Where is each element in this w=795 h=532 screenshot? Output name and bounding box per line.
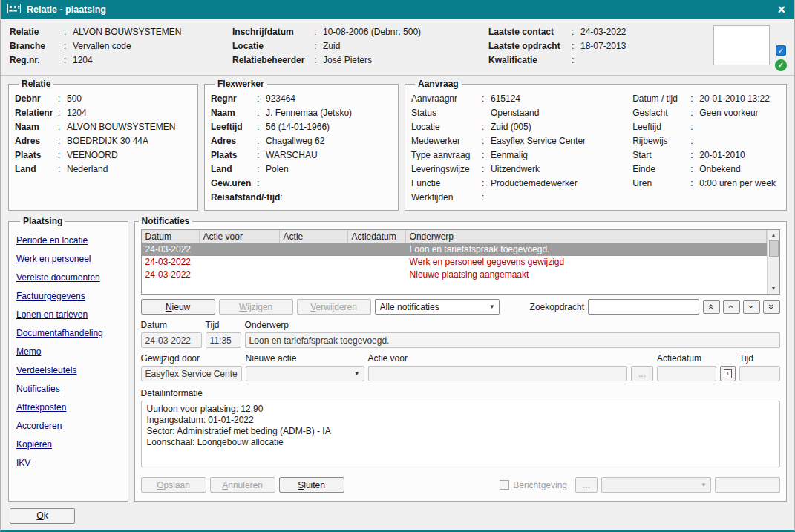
tijd-field[interactable]: [206, 332, 241, 348]
actie-voor-browse-button[interactable]: ...: [631, 366, 653, 381]
sidebar-link-lonen-en-tarieven[interactable]: Lonen en tarieven: [16, 308, 123, 321]
chevron-up-icon: ‹: [727, 305, 736, 308]
first-notification-button[interactable]: «: [703, 300, 720, 314]
plaatsing-legend: Plaatsing: [20, 216, 65, 226]
relatie-fieldset: Relatie Debnr:500 Relatienr:1204 Naam:AL…: [8, 79, 198, 211]
sidebar-link-werk-en-personeel[interactable]: Werk en personeel: [16, 252, 123, 266]
header-value: 18-07-2013: [580, 39, 626, 53]
sidebar-link-notificaties[interactable]: Notificaties: [16, 382, 123, 395]
column-header-onderwerp[interactable]: Onderwerp: [406, 230, 767, 243]
sidebar-link-factuurgegevens[interactable]: Factuurgegevens: [16, 289, 123, 303]
actiedatum-field[interactable]: [657, 366, 716, 381]
table-scrollbar[interactable]: ▲ ▼: [767, 230, 779, 294]
header-value: 1204: [73, 53, 93, 68]
aanvraag-fieldset: Aanvraag Aanvraagnr:615124 StatusOpensta…: [405, 79, 787, 211]
header-value: José Pieters: [323, 53, 372, 68]
sidebar-link-vereiste-documenten[interactable]: Vereiste documenten: [16, 271, 123, 284]
table-row[interactable]: 24-03-2022 Loon en tariefafspraak toegev…: [142, 243, 767, 256]
actie-voor-field[interactable]: [368, 366, 627, 381]
datum-field[interactable]: [141, 332, 202, 348]
flexwerker-legend: Flexwerker: [215, 79, 267, 89]
wijzigen-button[interactable]: Wijzigen: [219, 299, 293, 315]
table-row[interactable]: 24-03-2022 Werk en personeel gegevens ge…: [142, 256, 767, 269]
last-notification-button[interactable]: »: [763, 300, 780, 314]
detailinformatie-text[interactable]: Uurloon voor plaatsing: 12,90 Ingangsdat…: [141, 401, 780, 467]
column-header-actiedatum[interactable]: Actiedatum: [348, 230, 406, 243]
relation-card-icon: [7, 4, 21, 16]
scroll-down-icon[interactable]: ▼: [768, 283, 779, 294]
header-column-3: Laatste contact:24-03-2022 Laatste opdra…: [488, 25, 687, 71]
header-label: Inschrijfdatum: [232, 25, 314, 39]
onderwerp-field[interactable]: [245, 332, 780, 348]
header-label: Relatie: [10, 25, 64, 39]
zoekopdracht-input[interactable]: [588, 299, 699, 315]
aanvraag-legend: Aanvraag: [415, 79, 462, 89]
notificaties-fieldset: Notificaties Datum Actie voor Actie Acti…: [134, 216, 787, 502]
gewijzigd-door-label: Gewijzigd door: [141, 353, 242, 364]
sidebar-link-accorderen[interactable]: Accorderen: [16, 419, 123, 433]
scrollbar-thumb[interactable]: [769, 240, 779, 257]
chevron-down-nav-icon: ›: [747, 305, 756, 308]
sidebar-link-ikv[interactable]: IKV: [16, 456, 123, 470]
titlebar: Relatie - plaatsing ×: [1, 0, 794, 19]
status-ok-icon: ✓: [775, 59, 787, 71]
sidebar-link-periode-en-locatie[interactable]: Periode en locatie: [16, 234, 123, 247]
header-label: Laatste opdracht: [488, 39, 572, 53]
berichtgeving-browse-button[interactable]: ...: [575, 477, 598, 493]
calendar-button[interactable]: 1: [720, 366, 736, 381]
header-checkbox[interactable]: ✓: [776, 45, 786, 56]
column-header-actie[interactable]: Actie: [280, 230, 348, 243]
header-column-2: Inschrijfdatum:10-08-2006 (Debnr: 500) L…: [232, 25, 488, 71]
header-label: Kwalificatie: [488, 53, 572, 68]
close-button[interactable]: ×: [775, 3, 788, 16]
sidebar-link-verdeelsleutels[interactable]: Verdeelsleutels: [16, 364, 123, 377]
annuleren-button[interactable]: Annuleren: [210, 477, 275, 493]
notificaties-legend: Notificaties: [139, 216, 193, 226]
header-value: Zuid: [323, 39, 340, 53]
notificatie-filter-select[interactable]: Alle notificaties ▼: [375, 299, 500, 315]
chevron-down-icon: ▼: [697, 482, 707, 488]
check-icon: ✓: [778, 47, 784, 55]
relatie-legend: Relatie: [19, 79, 53, 89]
header-label: Branche: [10, 39, 64, 53]
header-value: ALVON BOUWSYSTEMEN: [73, 25, 181, 39]
header-column-1: Relatie:ALVON BOUWSYSTEMEN Branche:Verva…: [10, 25, 232, 71]
header-right: ✓ ✓: [713, 25, 787, 71]
next-notification-button[interactable]: ›: [743, 300, 760, 314]
header-label: Locatie: [232, 39, 314, 53]
table-header-row: Datum Actie voor Actie Actiedatum Onderw…: [142, 230, 767, 243]
previous-notification-button[interactable]: ‹: [723, 300, 740, 314]
onderwerp-label: Onderwerp: [245, 320, 780, 330]
notificaties-table: Datum Actie voor Actie Actiedatum Onderw…: [141, 229, 780, 295]
berichtgeving-select[interactable]: ▼: [601, 477, 711, 493]
window-title: Relatie - plaatsing: [27, 4, 769, 15]
table-row[interactable]: 24-03-2022 Nieuwe plaatsing aangemaakt: [142, 269, 767, 281]
column-header-datum[interactable]: Datum: [142, 230, 200, 243]
aanvraag-left-column: Aanvraagnr:615124 StatusOpenstaand Locat…: [411, 92, 632, 205]
nieuwe-actie-select[interactable]: ▼: [246, 366, 364, 381]
plaatsing-fieldset: Plaatsing Periode en locatie Werk en per…: [8, 216, 128, 502]
actie-tijd-field[interactable]: [739, 366, 780, 381]
relation-summary-header: Relatie:ALVON BOUWSYSTEMEN Branche:Verva…: [1, 19, 794, 76]
sidebar-link-kopieren[interactable]: Kopiëren: [16, 438, 123, 451]
flexwerker-fieldset: Flexwerker Regnr:923464 Naam:J. Fennemaa…: [204, 79, 399, 211]
berichtgeving-checkbox[interactable]: [500, 480, 509, 490]
sidebar-link-aftrekposten[interactable]: Aftrekposten: [16, 401, 123, 414]
actie-tijd-label: Tijd: [739, 353, 780, 364]
header-label: Reg.nr.: [10, 53, 64, 68]
sidebar-link-memo[interactable]: Memo: [16, 345, 123, 358]
sidebar-link-documentafhandeling[interactable]: Documentafhandeling: [16, 326, 123, 340]
ok-button[interactable]: Ok: [10, 508, 75, 524]
column-header-actie-voor[interactable]: Actie voor: [200, 230, 280, 243]
opslaan-button[interactable]: Opslaan: [141, 477, 206, 493]
berichtgeving-extra-field[interactable]: [715, 477, 780, 493]
header-label: Laatste contact: [488, 25, 572, 39]
chevron-down-icon: ▼: [485, 303, 495, 310]
gewijzigd-door-field[interactable]: [141, 366, 242, 381]
verwijderen-button[interactable]: Verwijderen: [297, 299, 371, 315]
nieuw-button[interactable]: Nieuw: [141, 299, 215, 315]
detailinformatie-label: Detailinformatie: [141, 388, 780, 398]
photo-placeholder: [713, 25, 770, 65]
scroll-up-icon[interactable]: ▲: [768, 230, 779, 240]
sluiten-button[interactable]: Sluiten: [279, 477, 344, 493]
